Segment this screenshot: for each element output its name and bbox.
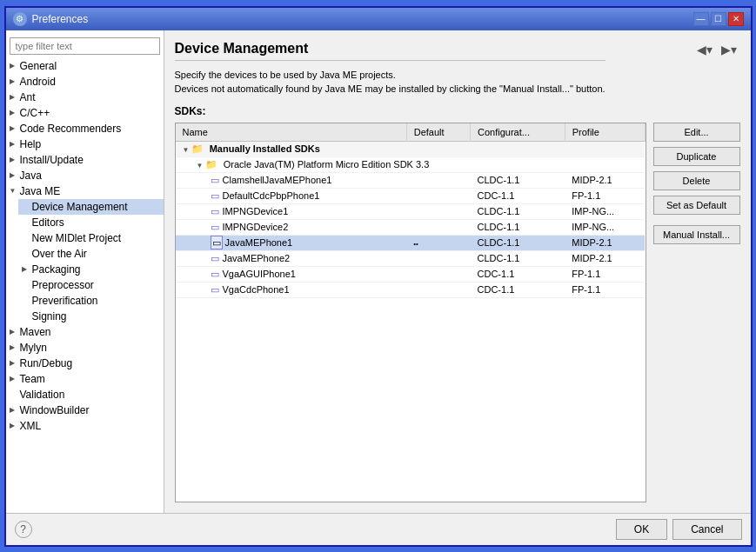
sidebar-item-label: Preprocessor	[32, 279, 94, 291]
table-row[interactable]: ▭VgaCdcPhone1 CDC-1.1 FP-1.1	[176, 282, 646, 297]
maximize-button[interactable]: ☐	[711, 12, 726, 26]
sidebar-item-label: Packaging	[32, 263, 81, 276]
sidebar-item-install-update[interactable]: ▶ Install/Update	[6, 152, 164, 168]
manual-install-button[interactable]: Manual Install...	[653, 225, 740, 244]
java-me-children: Device Management Editors New MIDlet Pro…	[6, 199, 164, 324]
sidebar-item-java-me[interactable]: ▼ Java ME	[6, 183, 164, 199]
sidebar-item-code-recommenders[interactable]: ▶ Code Recommenders	[6, 121, 164, 136]
table-row[interactable]: ▭VgaAGUIPhone1 CDC-1.1 FP-1.1	[176, 266, 646, 282]
expand-arrow: ▶	[10, 406, 20, 414]
sidebar-item-preverification[interactable]: Preverification	[18, 293, 164, 309]
sidebar-item-team[interactable]: ▶ Team	[6, 371, 164, 387]
table-row[interactable]: ▭ClamshellJavaMEPhone1 CLDC-1.1 MIDP-2.1	[176, 172, 646, 188]
col-default: Default	[406, 123, 470, 142]
table-row[interactable]: ▭ JavaMEPhone1 •• CLDC-1.1 MIDP-2.1	[176, 235, 646, 250]
sidebar-item-new-midlet-project[interactable]: New MIDlet Project	[18, 230, 164, 246]
duplicate-button[interactable]: Duplicate	[653, 147, 740, 166]
expand-arrow: ▶	[10, 93, 20, 101]
device-icon: ▭	[211, 284, 219, 295]
device-name: ▭VgaCdcPhone1	[176, 282, 407, 297]
set-as-default-button[interactable]: Set as Default	[653, 196, 740, 215]
forward-button[interactable]: ▶▾	[718, 41, 740, 58]
device-default: ••	[406, 235, 470, 250]
sidebar-item-label: Code Recommenders	[20, 123, 122, 135]
sidebar-item-general[interactable]: ▶ General	[6, 58, 164, 74]
table-row[interactable]: ▭IMPNGDevice1 CLDC-1.1 IMP-NG...	[176, 203, 646, 219]
delete-button[interactable]: Delete	[653, 171, 740, 190]
device-default	[406, 203, 470, 219]
title-bar: ⚙ Preferences — ☐ ✕	[6, 8, 751, 30]
sdk-table: Name Default Configurat... Profile ▼	[176, 123, 646, 298]
nav-arrows: ◀▾ ▶▾	[693, 41, 740, 58]
sidebar-item-windowbuilder[interactable]: ▶ WindowBuilder	[6, 402, 164, 418]
sidebar-item-preprocessor[interactable]: Preprocessor	[18, 277, 164, 293]
sidebar-item-packaging[interactable]: ▶ Packaging	[18, 262, 164, 277]
sidebar-item-signing[interactable]: Signing	[18, 309, 164, 324]
device-config: CDC-1.1	[471, 188, 565, 203]
table-row[interactable]: ▼ 📁 Manually Installed SDKs	[176, 141, 646, 156]
col-profile: Profile	[565, 123, 645, 142]
help-button[interactable]: ?	[15, 521, 32, 538]
device-profile: MIDP-2.1	[565, 235, 645, 250]
device-default	[406, 172, 470, 188]
panel-title-text: Device Management	[175, 41, 605, 61]
cancel-button[interactable]: Cancel	[672, 519, 741, 540]
sidebar-item-label: Help	[20, 138, 42, 150]
device-config: CLDC-1.1	[471, 172, 565, 188]
device-name: ▭ JavaMEPhone1	[176, 235, 407, 250]
default-dots: ••	[413, 240, 418, 248]
sidebar-item-device-management[interactable]: Device Management	[18, 199, 164, 215]
device-icon: ▭	[211, 236, 223, 249]
edit-button[interactable]: Edit...	[653, 123, 740, 142]
content-area: ▶ General ▶ Android ▶ Ant ▶ C/C++ ▶ Code…	[6, 30, 751, 513]
close-button[interactable]: ✕	[728, 12, 744, 26]
sidebar-item-run-debug[interactable]: ▶ Run/Debug	[6, 356, 164, 371]
group-name: Manually Installed SDKs	[210, 143, 320, 154]
table-row[interactable]: ▭DefaultCdcPbpPhone1 CDC-1.1 FP-1.1	[176, 188, 646, 203]
sidebar-item-android[interactable]: ▶ Android	[6, 74, 164, 90]
device-config: CLDC-1.1	[471, 219, 565, 235]
table-row[interactable]: ▭IMPNGDevice2 CLDC-1.1 IMP-NG...	[176, 219, 646, 235]
title-buttons: — ☐ ✕	[693, 12, 744, 26]
table-row[interactable]: ▭JavaMEPhone2 CLDC-1.1 MIDP-2.1	[176, 250, 646, 266]
ok-button[interactable]: OK	[616, 519, 667, 540]
sidebar-item-ant[interactable]: ▶ Ant	[6, 90, 164, 105]
device-config: CLDC-1.1	[471, 235, 565, 250]
sidebar-item-java[interactable]: ▶ Java	[6, 168, 164, 183]
back-button[interactable]: ◀▾	[693, 41, 716, 58]
device-profile: FP-1.1	[565, 266, 645, 282]
expand-arrow: ▶	[10, 328, 20, 336]
sidebar-item-label: Over the Air	[32, 248, 87, 260]
device-profile: IMP-NG...	[565, 219, 645, 235]
folder-icon: 📁	[191, 143, 204, 154]
device-icon: ▭	[211, 222, 219, 232]
sidebar-item-over-the-air[interactable]: Over the Air	[18, 246, 164, 262]
col-config: Configurat...	[471, 123, 565, 142]
sidebar-item-label: General	[20, 60, 57, 72]
filter-input[interactable]	[10, 37, 160, 55]
sidebar-item-label: Maven	[20, 326, 51, 338]
sidebar-item-help[interactable]: ▶ Help	[6, 136, 164, 152]
table-row[interactable]: ▼ 📁 Oracle Java(TM) Platform Micro Editi…	[176, 156, 646, 172]
sdks-label: SDKs:	[175, 105, 740, 117]
minimize-button[interactable]: —	[693, 12, 709, 26]
folder-icon: 📁	[205, 159, 217, 170]
sidebar-item-label: Team	[20, 373, 45, 385]
main-panel: Device Management Specify the devices to…	[164, 30, 751, 513]
sidebar-item-maven[interactable]: ▶ Maven	[6, 324, 164, 340]
device-icon: ▭	[211, 206, 219, 216]
expand-arrow: ▶	[10, 109, 20, 116]
sidebar-item-validation[interactable]: Validation	[6, 387, 164, 402]
device-name: ▭IMPNGDevice1	[176, 203, 407, 219]
expand-arrow: ▶	[10, 124, 20, 132]
sidebar-item-mylyn[interactable]: ▶ Mylyn	[6, 340, 164, 356]
expand-arrow: ▶	[22, 265, 32, 273]
device-default	[406, 188, 470, 203]
sidebar-item-xml[interactable]: ▶ XML	[6, 418, 164, 434]
group-label: ▼ 📁 Manually Installed SDKs	[176, 141, 646, 156]
expand-arrow: ▶	[10, 156, 20, 163]
sidebar-item-label: Ant	[20, 91, 36, 103]
sidebar-item-label: Java ME	[20, 185, 61, 197]
sidebar-item-editors[interactable]: Editors	[18, 215, 164, 230]
sidebar-item-cpp[interactable]: ▶ C/C++	[6, 105, 164, 121]
